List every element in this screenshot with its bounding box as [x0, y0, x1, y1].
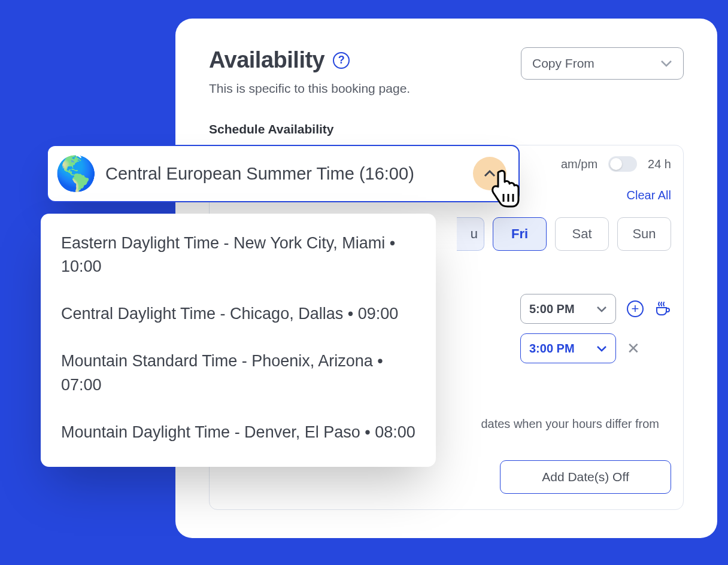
days-row: u Fri Sat Sun: [457, 217, 671, 251]
chevron-down-icon: [596, 345, 607, 352]
time-select-end[interactable]: 5:00 PM: [520, 294, 616, 324]
copy-from-label: Copy From: [532, 56, 594, 71]
day-chip-fri[interactable]: Fri: [493, 217, 547, 251]
toggle-knob: [610, 158, 622, 170]
timezone-option[interactable]: Eastern Daylight Time - New York City, M…: [61, 232, 415, 278]
chevron-down-icon: [660, 60, 672, 67]
chevron-down-icon: [596, 306, 607, 312]
title-row: Availability ?: [209, 47, 410, 73]
day-chip-sat[interactable]: Sat: [555, 217, 609, 251]
add-slot-button[interactable]: +: [627, 300, 644, 317]
help-icon[interactable]: ?: [333, 52, 350, 69]
time-format-toggle[interactable]: [608, 156, 637, 172]
time-select-start[interactable]: 3:00 PM: [520, 333, 616, 363]
timezone-option[interactable]: Mountain Daylight Time - Denver, El Paso…: [61, 421, 415, 444]
clear-all-link[interactable]: Clear All: [627, 189, 671, 202]
remove-slot-button[interactable]: ✕: [627, 339, 640, 358]
page-subtitle: This is specific to this booking page.: [209, 81, 410, 96]
format-24h-label: 24 h: [648, 157, 671, 171]
day-chip-thu[interactable]: u: [457, 217, 484, 251]
time-select-end-value: 5:00 PM: [529, 302, 575, 316]
day-chip-sun[interactable]: Sun: [617, 217, 671, 251]
chevron-up-icon: [483, 169, 496, 178]
format-ampm-label: am/pm: [561, 157, 597, 171]
timezone-option[interactable]: Central Daylight Time - Chicago, Dallas …: [61, 302, 415, 326]
timezone-current: Central European Summer Time (16:00): [105, 164, 465, 184]
title-block: Availability ? This is specific to this …: [209, 47, 410, 96]
timezone-selector[interactable]: 🌎 Central European Summer Time (16:00): [47, 145, 520, 202]
time-row-2: 3:00 PM ✕: [520, 333, 671, 363]
time-row-1: 5:00 PM +: [520, 294, 671, 324]
timezone-collapse-button[interactable]: [473, 157, 506, 190]
card-header: Availability ? This is specific to this …: [209, 47, 684, 96]
timezone-option[interactable]: Mountain Standard Time - Phoenix, Arizon…: [61, 350, 415, 396]
globe-icon: 🌎: [55, 157, 97, 190]
page-title: Availability: [209, 47, 324, 73]
copy-from-dropdown[interactable]: Copy From: [521, 47, 684, 80]
timezone-dropdown: Eastern Daylight Time - New York City, M…: [41, 214, 436, 467]
section-label: Schedule Availability: [209, 122, 684, 136]
time-slots: 5:00 PM + 3:00 PM: [520, 294, 671, 363]
time-select-start-value: 3:00 PM: [529, 342, 575, 356]
break-icon[interactable]: [654, 300, 671, 317]
add-dates-off-button[interactable]: Add Date(s) Off: [500, 460, 671, 494]
dates-off-hint: dates when your hours differ from: [481, 415, 659, 433]
